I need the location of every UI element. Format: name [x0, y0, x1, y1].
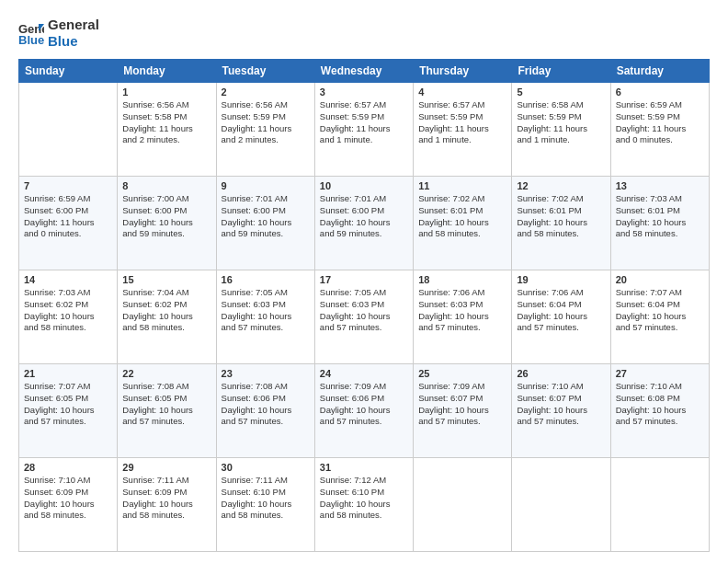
cell-text: Daylight: 11 hours [222, 123, 310, 135]
cell-text: Daylight: 10 hours [616, 311, 704, 323]
cell-text: and 58 minutes. [517, 228, 605, 240]
cell-text: and 57 minutes. [517, 416, 605, 428]
cell-text: Daylight: 11 hours [418, 123, 506, 135]
date-number: 16 [222, 274, 310, 285]
cell-text: Sunset: 6:06 PM [222, 393, 310, 405]
cell-text: Daylight: 11 hours [616, 123, 704, 135]
cell-text: Daylight: 11 hours [122, 123, 210, 135]
date-number: 22 [122, 368, 210, 379]
cell-text: Sunset: 5:59 PM [320, 111, 408, 123]
calendar-cell: 12Sunrise: 7:02 AMSunset: 6:01 PMDayligh… [512, 177, 610, 270]
date-number: 28 [24, 462, 112, 473]
calendar-cell: 31Sunrise: 7:12 AMSunset: 6:10 PMDayligh… [314, 458, 413, 552]
date-number: 19 [517, 274, 605, 285]
calendar-cell [19, 83, 118, 177]
cell-text: Sunset: 6:03 PM [320, 299, 408, 311]
cell-text: and 58 minutes. [24, 510, 112, 522]
cell-text: and 57 minutes. [320, 322, 408, 334]
cell-text: Sunset: 6:00 PM [122, 205, 210, 217]
cell-text: Sunrise: 7:02 AM [517, 193, 605, 205]
calendar-cell: 8Sunrise: 7:00 AMSunset: 6:00 PMDaylight… [118, 177, 216, 270]
cell-text: Sunrise: 7:09 AM [418, 381, 506, 393]
date-number: 17 [320, 274, 408, 285]
cell-text: Sunrise: 7:11 AM [122, 475, 210, 487]
header: General Blue General Blue [18, 17, 710, 50]
calendar-cell: 22Sunrise: 7:08 AMSunset: 6:05 PMDayligh… [118, 364, 216, 458]
cell-text: Daylight: 10 hours [517, 405, 605, 417]
cell-text: Daylight: 10 hours [616, 405, 704, 417]
cell-text: Sunset: 6:04 PM [517, 299, 605, 311]
date-number: 24 [320, 368, 408, 379]
cell-text: Sunset: 5:59 PM [418, 111, 506, 123]
cell-text: Sunrise: 7:04 AM [122, 287, 210, 299]
cell-text: Sunset: 6:04 PM [616, 299, 704, 311]
cell-text: and 59 minutes. [122, 228, 210, 240]
cell-text: Sunrise: 7:10 AM [24, 475, 112, 487]
cell-text: Sunrise: 7:06 AM [517, 287, 605, 299]
calendar-cell: 1Sunrise: 6:56 AMSunset: 5:58 PMDaylight… [118, 83, 216, 177]
cell-text: Sunrise: 7:07 AM [24, 381, 112, 393]
cell-text: Daylight: 10 hours [320, 499, 408, 511]
calendar-cell: 29Sunrise: 7:11 AMSunset: 6:09 PMDayligh… [118, 458, 216, 552]
cell-text: Sunrise: 6:57 AM [418, 99, 506, 111]
calendar-cell: 13Sunrise: 7:03 AMSunset: 6:01 PMDayligh… [610, 177, 709, 270]
cell-text: Sunrise: 7:10 AM [616, 381, 704, 393]
calendar-cell: 19Sunrise: 7:06 AMSunset: 6:04 PMDayligh… [512, 270, 610, 364]
date-number: 8 [122, 180, 210, 191]
header-row: SundayMondayTuesdayWednesdayThursdayFrid… [19, 60, 710, 83]
cell-text: Sunrise: 7:08 AM [122, 381, 210, 393]
cell-text: Daylight: 10 hours [122, 311, 210, 323]
cell-text: Daylight: 10 hours [320, 311, 408, 323]
calendar-cell: 6Sunrise: 6:59 AMSunset: 5:59 PMDaylight… [610, 83, 709, 177]
day-header-friday: Friday [512, 60, 610, 83]
calendar-body: 1Sunrise: 6:56 AMSunset: 5:58 PMDaylight… [19, 83, 710, 552]
cell-text: Sunset: 6:08 PM [616, 393, 704, 405]
day-header-wednesday: Wednesday [314, 60, 413, 83]
calendar-cell: 17Sunrise: 7:05 AMSunset: 6:03 PMDayligh… [314, 270, 413, 364]
cell-text: and 57 minutes. [616, 416, 704, 428]
calendar-cell: 21Sunrise: 7:07 AMSunset: 6:05 PMDayligh… [19, 364, 118, 458]
cell-text: Daylight: 10 hours [320, 405, 408, 417]
calendar-cell: 10Sunrise: 7:01 AMSunset: 6:00 PMDayligh… [314, 177, 413, 270]
cell-text: Daylight: 10 hours [24, 499, 112, 511]
cell-text: Daylight: 10 hours [616, 217, 704, 229]
calendar-cell: 7Sunrise: 6:59 AMSunset: 6:00 PMDaylight… [19, 177, 118, 270]
date-number: 18 [418, 274, 506, 285]
cell-text: Sunrise: 6:56 AM [222, 99, 310, 111]
calendar-cell: 18Sunrise: 7:06 AMSunset: 6:03 PMDayligh… [414, 270, 512, 364]
cell-text: and 57 minutes. [616, 322, 704, 334]
cell-text: Sunset: 6:05 PM [24, 393, 112, 405]
calendar-cell: 30Sunrise: 7:11 AMSunset: 6:10 PMDayligh… [216, 458, 314, 552]
date-number: 15 [122, 274, 210, 285]
cell-text: Sunrise: 6:56 AM [122, 99, 210, 111]
date-number: 4 [418, 86, 506, 98]
date-number: 20 [616, 274, 704, 285]
date-number: 7 [24, 180, 112, 191]
cell-text: Sunset: 6:10 PM [320, 487, 408, 499]
calendar-cell: 24Sunrise: 7:09 AMSunset: 6:06 PMDayligh… [314, 364, 413, 458]
cell-text: Sunrise: 7:06 AM [418, 287, 506, 299]
cell-text: and 58 minutes. [222, 510, 310, 522]
cell-text: and 58 minutes. [320, 510, 408, 522]
cell-text: Sunset: 6:03 PM [222, 299, 310, 311]
cell-text: Sunrise: 7:11 AM [222, 475, 310, 487]
calendar-cell: 2Sunrise: 6:56 AMSunset: 5:59 PMDaylight… [216, 83, 314, 177]
calendar-cell [610, 458, 709, 552]
cell-text: Sunrise: 7:02 AM [418, 193, 506, 205]
date-number: 31 [320, 462, 408, 473]
cell-text: Sunset: 5:59 PM [517, 111, 605, 123]
cell-text: Sunset: 6:03 PM [418, 299, 506, 311]
cell-text: Daylight: 11 hours [24, 217, 112, 229]
date-number: 21 [24, 368, 112, 379]
cell-text: and 1 minute. [517, 134, 605, 146]
cell-text: and 57 minutes. [517, 322, 605, 334]
cell-text: Daylight: 10 hours [418, 405, 506, 417]
cell-text: Sunset: 5:58 PM [122, 111, 210, 123]
cell-text: Sunset: 6:00 PM [222, 205, 310, 217]
cell-text: Sunrise: 7:07 AM [616, 287, 704, 299]
date-number: 3 [320, 86, 408, 98]
calendar-cell: 15Sunrise: 7:04 AMSunset: 6:02 PMDayligh… [118, 270, 216, 364]
date-number: 10 [320, 180, 408, 191]
calendar-cell: 4Sunrise: 6:57 AMSunset: 5:59 PMDaylight… [414, 83, 512, 177]
cell-text: Sunset: 5:59 PM [616, 111, 704, 123]
